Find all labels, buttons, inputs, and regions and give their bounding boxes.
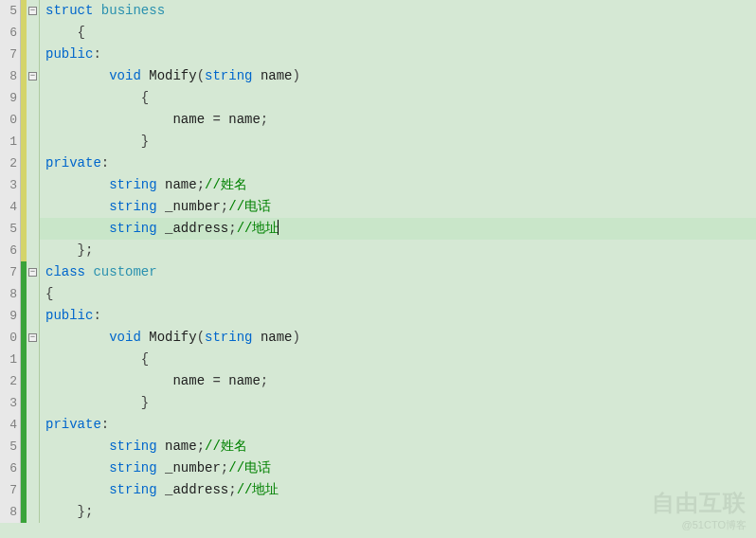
line-number: 0: [0, 109, 21, 131]
code-line[interactable]: 7 string _address;//地址: [0, 479, 756, 501]
code-content[interactable]: string name;//姓名: [40, 436, 756, 457]
code-line[interactable]: 1 }: [0, 131, 756, 152]
code-line[interactable]: 3 string name;//姓名: [0, 174, 756, 196]
code-line[interactable]: 7public:: [0, 44, 756, 65]
code-line[interactable]: 6 string _number;//电话: [0, 457, 756, 479]
code-line[interactable]: 9 {: [0, 87, 756, 109]
code-line[interactable]: 3 }: [0, 392, 756, 414]
token-id: name: [228, 112, 261, 127]
code-line[interactable]: 1 {: [0, 349, 756, 370]
fold-gutter: [27, 305, 40, 327]
fold-gutter: [27, 131, 40, 152]
token-punc: =: [212, 373, 220, 388]
code-editor[interactable]: 5−struct business6 {7public:8− void Modi…: [0, 0, 756, 538]
code-content[interactable]: {: [40, 283, 756, 305]
fold-toggle-icon[interactable]: −: [27, 0, 40, 22]
code-content[interactable]: void Modify(string name): [40, 327, 756, 349]
code-line[interactable]: 5 string name;//姓名: [0, 436, 756, 457]
line-number: 5: [0, 0, 21, 22]
fold-gutter: [27, 218, 40, 240]
fold-toggle-icon[interactable]: −: [27, 261, 40, 283]
code-line[interactable]: 8 };: [0, 501, 756, 523]
token-id: _address: [165, 221, 228, 236]
code-content[interactable]: public:: [40, 44, 756, 65]
token-punc: {: [141, 351, 149, 367]
code-content[interactable]: name = name;: [40, 370, 756, 392]
token-id: name: [261, 330, 293, 345]
line-number: 7: [0, 44, 21, 65]
code-line[interactable]: 6 };: [0, 240, 756, 261]
token-punc: (: [197, 68, 205, 83]
code-content[interactable]: struct business: [40, 0, 756, 22]
token-punc: :: [101, 155, 109, 170]
code-line[interactable]: 0 name = name;: [0, 109, 756, 131]
code-content[interactable]: string name;//姓名: [40, 174, 756, 196]
fold-toggle-icon[interactable]: −: [27, 327, 40, 349]
code-line[interactable]: 7−class customer: [0, 261, 756, 283]
token-id: name: [165, 177, 197, 192]
line-number: 5: [0, 436, 21, 457]
token-kw: struct: [45, 3, 93, 18]
token-punc: ;: [197, 177, 205, 192]
code-content[interactable]: {: [40, 87, 756, 109]
token-punc: {: [141, 90, 149, 105]
token-cmt: //电话: [228, 199, 271, 214]
code-content[interactable]: private:: [40, 414, 756, 436]
token-cmt: //地址: [237, 221, 279, 236]
token-cmt: //姓名: [205, 177, 247, 192]
fold-toggle-icon[interactable]: −: [27, 65, 40, 87]
token-id: name: [172, 373, 205, 388]
fold-gutter: [27, 436, 40, 457]
code-content[interactable]: string _number;//电话: [40, 196, 756, 218]
code-content[interactable]: string _address;//地址: [40, 218, 756, 240]
token-punc: ;: [221, 460, 228, 475]
fold-gutter: [27, 349, 40, 370]
line-number: 8: [0, 65, 21, 87]
token-punc: =: [212, 112, 220, 127]
code-content[interactable]: string _address;//地址: [40, 479, 756, 501]
code-content[interactable]: class customer: [40, 261, 756, 283]
code-content[interactable]: }: [40, 131, 756, 152]
line-number: 4: [0, 196, 21, 218]
code-line[interactable]: 6 {: [0, 22, 756, 44]
line-number: 6: [0, 240, 21, 261]
token-id: Modify: [149, 68, 196, 83]
code-content[interactable]: {: [40, 22, 756, 44]
token-id: _address: [165, 482, 228, 497]
token-punc: ;: [228, 221, 236, 236]
fold-gutter: [27, 44, 40, 65]
token-type: string: [109, 221, 156, 236]
token-kw: private: [45, 155, 101, 170]
line-number: 1: [0, 131, 21, 152]
code-line[interactable]: 5 string _address;//地址: [0, 218, 756, 240]
code-content[interactable]: };: [40, 501, 756, 523]
code-content[interactable]: }: [40, 392, 756, 414]
fold-gutter: [27, 87, 40, 109]
code-content[interactable]: {: [40, 349, 756, 370]
token-punc: (: [197, 330, 205, 345]
code-content[interactable]: };: [40, 240, 756, 261]
code-line[interactable]: 9public:: [0, 305, 756, 327]
code-line[interactable]: 0− void Modify(string name): [0, 327, 756, 349]
token-punc: ;: [221, 199, 228, 214]
code-content[interactable]: void Modify(string name): [40, 65, 756, 87]
token-type: string: [109, 460, 156, 475]
text-caret: [278, 220, 279, 235]
token-punc: };: [78, 504, 94, 519]
code-line[interactable]: 5−struct business: [0, 0, 756, 22]
code-line[interactable]: 2private:: [0, 152, 756, 174]
token-punc: ): [293, 330, 300, 345]
code-content[interactable]: name = name;: [40, 109, 756, 131]
token-type: string: [205, 330, 252, 345]
token-id: name: [228, 373, 261, 388]
code-line[interactable]: 8− void Modify(string name): [0, 65, 756, 87]
code-content[interactable]: string _number;//电话: [40, 457, 756, 479]
token-type: string: [109, 439, 156, 454]
code-line[interactable]: 2 name = name;: [0, 370, 756, 392]
code-line[interactable]: 4 string _number;//电话: [0, 196, 756, 218]
code-content[interactable]: private:: [40, 152, 756, 174]
code-line[interactable]: 4private:: [0, 414, 756, 436]
token-type: string: [109, 482, 156, 497]
code-line[interactable]: 8{: [0, 283, 756, 305]
code-content[interactable]: public:: [40, 305, 756, 327]
